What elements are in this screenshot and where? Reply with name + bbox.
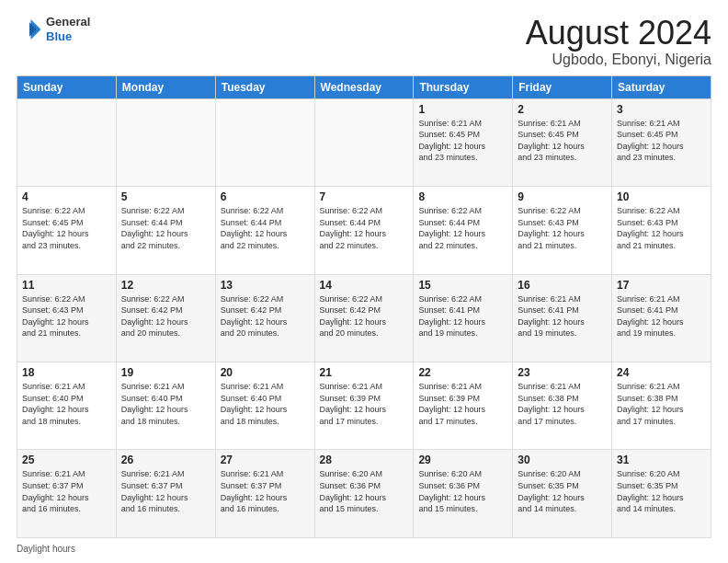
day-info: Sunrise: 6:21 AMSunset: 6:41 PMDaylight:…	[617, 293, 706, 339]
day-info: Sunrise: 6:22 AMSunset: 6:44 PMDaylight:…	[418, 205, 507, 251]
day-number: 8	[418, 190, 507, 203]
day-number: 23	[518, 366, 607, 379]
day-info: Sunrise: 6:22 AMSunset: 6:44 PMDaylight:…	[221, 205, 310, 251]
day-cell: 22Sunrise: 6:21 AMSunset: 6:39 PMDayligh…	[414, 362, 513, 450]
week-row-4: 25Sunrise: 6:21 AMSunset: 6:37 PMDayligh…	[17, 450, 711, 538]
day-number: 22	[418, 366, 507, 379]
day-number: 15	[418, 279, 507, 292]
day-info: Sunrise: 6:21 AMSunset: 6:37 PMDaylight:…	[22, 468, 111, 514]
logo-general: General	[46, 15, 90, 29]
day-cell: 20Sunrise: 6:21 AMSunset: 6:40 PMDayligh…	[215, 362, 314, 450]
day-info: Sunrise: 6:22 AMSunset: 6:41 PMDaylight:…	[418, 293, 507, 339]
main-title: August 2024	[526, 15, 711, 52]
day-cell: 7Sunrise: 6:22 AMSunset: 6:44 PMDaylight…	[314, 187, 414, 274]
day-cell: 1Sunrise: 6:21 AMSunset: 6:45 PMDaylight…	[414, 98, 513, 186]
logo-text: General Blue	[46, 15, 90, 43]
day-number: 20	[221, 366, 310, 379]
day-cell: 28Sunrise: 6:20 AMSunset: 6:36 PMDayligh…	[314, 450, 414, 538]
day-number: 16	[518, 279, 607, 292]
day-info: Sunrise: 6:22 AMSunset: 6:42 PMDaylight:…	[121, 293, 210, 339]
day-info: Sunrise: 6:21 AMSunset: 6:37 PMDaylight:…	[221, 468, 310, 514]
day-info: Sunrise: 6:21 AMSunset: 6:37 PMDaylight:…	[121, 468, 210, 514]
week-row-3: 18Sunrise: 6:21 AMSunset: 6:40 PMDayligh…	[17, 362, 711, 450]
subtitle: Ugbodo, Ebonyi, Nigeria	[526, 52, 711, 68]
day-number: 25	[22, 454, 111, 466]
day-cell: 23Sunrise: 6:21 AMSunset: 6:38 PMDayligh…	[513, 362, 612, 450]
day-number: 10	[617, 190, 706, 203]
header-row: SundayMondayTuesdayWednesdayThursdayFrid…	[17, 75, 711, 98]
day-number: 18	[22, 366, 111, 379]
day-info: Sunrise: 6:20 AMSunset: 6:36 PMDaylight:…	[320, 468, 409, 514]
day-cell: 24Sunrise: 6:21 AMSunset: 6:38 PMDayligh…	[612, 362, 711, 450]
day-number: 12	[121, 279, 210, 292]
day-number: 26	[121, 454, 210, 466]
week-row-2: 11Sunrise: 6:22 AMSunset: 6:43 PMDayligh…	[17, 274, 711, 362]
day-cell: 30Sunrise: 6:20 AMSunset: 6:35 PMDayligh…	[513, 450, 612, 538]
day-number: 30	[518, 454, 607, 466]
day-number: 11	[22, 279, 111, 292]
header-cell-sunday: Sunday	[17, 75, 117, 98]
day-cell: 29Sunrise: 6:20 AMSunset: 6:36 PMDayligh…	[414, 450, 513, 538]
day-cell: 15Sunrise: 6:22 AMSunset: 6:41 PMDayligh…	[414, 274, 513, 362]
day-number: 5	[121, 190, 210, 203]
day-number: 21	[320, 366, 409, 379]
header-cell-tuesday: Tuesday	[215, 75, 314, 98]
day-number: 9	[518, 190, 607, 203]
day-info: Sunrise: 6:22 AMSunset: 6:43 PMDaylight:…	[22, 293, 111, 339]
day-cell: 2Sunrise: 6:21 AMSunset: 6:45 PMDaylight…	[513, 98, 612, 186]
title-section: August 2024 Ugbodo, Ebonyi, Nigeria	[526, 15, 711, 68]
day-info: Sunrise: 6:20 AMSunset: 6:35 PMDaylight:…	[617, 468, 706, 514]
logo-blue: Blue	[46, 29, 72, 43]
day-number: 28	[320, 454, 409, 466]
day-cell: 11Sunrise: 6:22 AMSunset: 6:43 PMDayligh…	[17, 274, 117, 362]
calendar-table: SundayMondayTuesdayWednesdayThursdayFrid…	[17, 75, 711, 538]
day-number: 14	[320, 279, 409, 292]
day-cell: 31Sunrise: 6:20 AMSunset: 6:35 PMDayligh…	[612, 450, 711, 538]
day-info: Sunrise: 6:22 AMSunset: 6:42 PMDaylight:…	[221, 293, 310, 339]
day-info: Sunrise: 6:22 AMSunset: 6:42 PMDaylight:…	[320, 293, 409, 339]
day-info: Sunrise: 6:21 AMSunset: 6:38 PMDaylight:…	[617, 381, 706, 427]
header-cell-friday: Friday	[513, 75, 612, 98]
page: General Blue August 2024 Ugbodo, Ebonyi,…	[0, 0, 728, 563]
header-cell-monday: Monday	[116, 75, 215, 98]
header-cell-wednesday: Wednesday	[314, 75, 414, 98]
day-cell: 10Sunrise: 6:22 AMSunset: 6:43 PMDayligh…	[612, 187, 711, 274]
day-cell: 13Sunrise: 6:22 AMSunset: 6:42 PMDayligh…	[215, 274, 314, 362]
day-cell: 6Sunrise: 6:22 AMSunset: 6:44 PMDaylight…	[215, 187, 314, 274]
day-cell	[215, 98, 314, 186]
day-info: Sunrise: 6:21 AMSunset: 6:45 PMDaylight:…	[518, 118, 607, 164]
day-info: Sunrise: 6:21 AMSunset: 6:38 PMDaylight:…	[518, 381, 607, 427]
day-info: Sunrise: 6:22 AMSunset: 6:44 PMDaylight:…	[320, 205, 409, 251]
day-cell: 12Sunrise: 6:22 AMSunset: 6:42 PMDayligh…	[116, 274, 215, 362]
day-number: 17	[617, 279, 706, 292]
day-info: Sunrise: 6:21 AMSunset: 6:39 PMDaylight:…	[320, 381, 409, 427]
day-cell: 16Sunrise: 6:21 AMSunset: 6:41 PMDayligh…	[513, 274, 612, 362]
day-cell: 18Sunrise: 6:21 AMSunset: 6:40 PMDayligh…	[17, 362, 117, 450]
day-cell: 8Sunrise: 6:22 AMSunset: 6:44 PMDaylight…	[414, 187, 513, 274]
logo-icon	[17, 17, 42, 42]
day-number: 29	[418, 454, 507, 466]
day-number: 6	[221, 190, 310, 203]
day-cell: 17Sunrise: 6:21 AMSunset: 6:41 PMDayligh…	[612, 274, 711, 362]
day-info: Sunrise: 6:21 AMSunset: 6:45 PMDaylight:…	[617, 118, 706, 164]
day-number: 7	[320, 190, 409, 203]
day-number: 24	[617, 366, 706, 379]
day-info: Sunrise: 6:21 AMSunset: 6:40 PMDaylight:…	[22, 381, 111, 427]
day-info: Sunrise: 6:20 AMSunset: 6:35 PMDaylight:…	[518, 468, 607, 514]
header-cell-saturday: Saturday	[612, 75, 711, 98]
day-number: 4	[22, 190, 111, 203]
day-info: Sunrise: 6:22 AMSunset: 6:44 PMDaylight:…	[121, 205, 210, 251]
day-cell: 21Sunrise: 6:21 AMSunset: 6:39 PMDayligh…	[314, 362, 414, 450]
day-cell: 4Sunrise: 6:22 AMSunset: 6:45 PMDaylight…	[17, 187, 117, 274]
day-info: Sunrise: 6:22 AMSunset: 6:43 PMDaylight:…	[518, 205, 607, 251]
day-info: Sunrise: 6:20 AMSunset: 6:36 PMDaylight:…	[418, 468, 507, 514]
day-cell	[17, 98, 117, 186]
day-number: 3	[617, 103, 706, 116]
day-info: Sunrise: 6:21 AMSunset: 6:39 PMDaylight:…	[418, 381, 507, 427]
day-info: Sunrise: 6:22 AMSunset: 6:45 PMDaylight:…	[22, 205, 111, 251]
day-number: 1	[418, 103, 507, 116]
day-number: 27	[221, 454, 310, 466]
day-info: Sunrise: 6:22 AMSunset: 6:43 PMDaylight:…	[617, 205, 706, 251]
day-info: Sunrise: 6:21 AMSunset: 6:40 PMDaylight:…	[221, 381, 310, 427]
day-number: 13	[221, 279, 310, 292]
